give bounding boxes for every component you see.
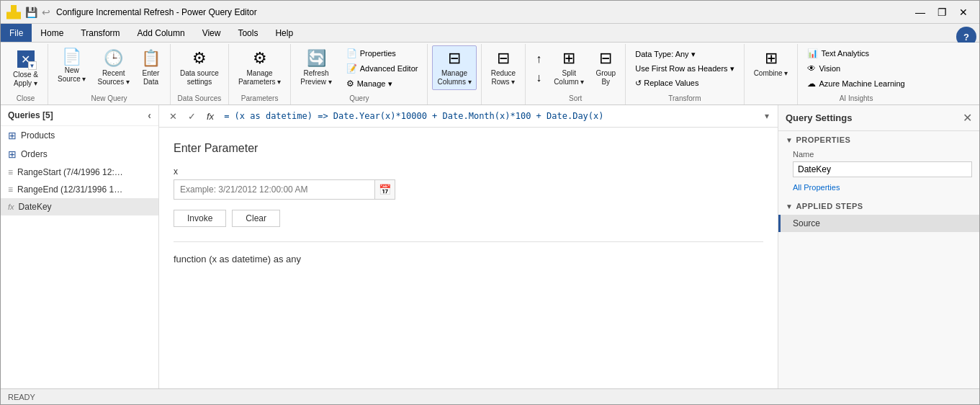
query-settings-panel: Query Settings ✕ ▼ PROPERTIES Name All P… — [778, 105, 979, 388]
param-input-row: 📅 — [174, 179, 763, 200]
query-item-datekey[interactable]: fx DateKey — [1, 198, 158, 215]
menu-view[interactable]: View — [194, 24, 230, 42]
query-settings-header: Query Settings ✕ — [778, 105, 979, 131]
properties-arrow: ▼ — [786, 136, 793, 144]
query-item-orders[interactable]: ⊞ Orders — [1, 145, 158, 164]
param-input-field[interactable] — [174, 179, 375, 200]
ribbon-group-combine: ⊞ Combine ▾ — [745, 44, 799, 104]
query-settings-title: Query Settings — [786, 112, 852, 123]
manage-parameters-button[interactable]: ⚙ ManageParameters ▾ — [233, 45, 286, 90]
query-item-rangestart[interactable]: ≡ RangeStart (7/4/1996 12:… — [1, 164, 158, 181]
formula-fx-label: fx — [202, 111, 218, 122]
queries-header: Queries [5] ‹ — [1, 105, 158, 126]
invoke-button[interactable]: Invoke — [174, 210, 226, 227]
manage-button[interactable]: ⚙ Manage ▾ — [341, 76, 423, 91]
close-window-button[interactable]: ✕ — [953, 4, 974, 21]
all-properties-link[interactable]: All Properties — [778, 182, 979, 197]
recent-sources-button[interactable]: 🕒 RecentSources ▾ — [92, 45, 134, 90]
param-x-label: x — [174, 166, 763, 177]
name-input[interactable] — [793, 161, 972, 177]
formula-dropdown-button[interactable]: ▾ — [762, 111, 772, 121]
minimize-button[interactable]: — — [910, 4, 930, 21]
queries-panel: Queries [5] ‹ ⊞ Products ⊞ Orders ≡ Rang… — [1, 105, 159, 388]
ribbon-group-data-sources-label: Data Sources — [175, 93, 224, 104]
reduce-rows-button[interactable]: ⊟ ReduceRows ▾ — [486, 45, 521, 90]
main-area: Queries [5] ‹ ⊞ Products ⊞ Orders ≡ Rang… — [1, 105, 979, 388]
table-icon-orders: ⊞ — [8, 148, 17, 160]
window-controls: — ❐ ✕ — [910, 4, 974, 21]
ribbon-group-parameters-label: Parameters — [233, 93, 286, 104]
content-area: Enter Parameter x 📅 Invoke Clear functio… — [159, 128, 778, 388]
first-row-headers-button[interactable]: Use First Row as Headers ▾ — [630, 62, 739, 76]
applied-steps-list: Source — [778, 215, 979, 388]
enter-data-button[interactable]: 📋 EnterData — [136, 45, 166, 90]
menu-help[interactable]: Help — [266, 24, 302, 42]
menu-home[interactable]: Home — [32, 24, 72, 42]
ribbon-group-combine-label — [749, 101, 794, 104]
sort-desc-button[interactable]: ↓ — [530, 69, 547, 86]
func-icon-datekey: fx — [8, 202, 14, 211]
calendar-button[interactable]: 📅 — [375, 179, 395, 200]
query-label-rangestart: RangeStart (7/4/1996 12:… — [17, 167, 123, 177]
ribbon: ✕ ▼ Close &Apply ▾ Close — [1, 43, 979, 105]
close-apply-button[interactable]: ✕ ▼ Close &Apply ▾ — [8, 45, 43, 92]
sort-asc-button[interactable]: ↑ — [530, 50, 547, 68]
ribbon-group-close-label: Close — [8, 93, 43, 104]
ribbon-group-reduce-rows-label — [486, 101, 521, 104]
save-icon: 💾 — [25, 6, 37, 18]
param-icon-rangeend: ≡ — [8, 184, 13, 195]
queries-collapse-button[interactable]: ‹ — [148, 110, 151, 121]
manage-columns-button[interactable]: ⊟ ManageColumns ▾ — [432, 45, 476, 90]
query-label-rangeend: RangeEnd (12/31/1996 1… — [17, 184, 122, 195]
divider — [174, 241, 763, 242]
vision-button[interactable]: 👁 Vision — [802, 61, 909, 76]
new-source-button[interactable]: 📄 NewSource ▾ — [53, 45, 91, 87]
text-analytics-button[interactable]: 📊 Text Analytics — [802, 46, 909, 61]
replace-values-button[interactable]: ↺ Replace Values — [630, 76, 739, 90]
queries-title: Queries [5] — [8, 110, 53, 120]
query-label-datekey: DateKey — [19, 202, 52, 212]
data-type-button[interactable]: Data Type: Any ▾ — [630, 48, 739, 61]
advanced-editor-button[interactable]: 📝 Advanced Editor — [341, 61, 423, 76]
ribbon-group-ai-insights: 📊 Text Analytics 👁 Vision ☁ Azure Machin… — [798, 44, 914, 104]
ribbon-group-close: ✕ ▼ Close &Apply ▾ Close — [4, 44, 48, 104]
ribbon-group-data-sources: ⚙ Data sourcesettings Data Sources — [171, 44, 229, 104]
param-icon-rangestart: ≡ — [8, 167, 13, 177]
name-label: Name — [778, 148, 979, 160]
ribbon-group-sort: ↑ ↓ ⊞ SplitColumn ▾ ⊟ GroupBy — [526, 44, 626, 104]
query-settings-close-button[interactable]: ✕ — [963, 111, 972, 125]
query-item-products[interactable]: ⊞ Products — [1, 126, 158, 145]
menu-file[interactable]: File — [1, 24, 32, 42]
split-column-button[interactable]: ⊞ SplitColumn ▾ — [549, 45, 589, 92]
group-by-button[interactable]: ⊟ GroupBy — [590, 45, 621, 92]
properties-button[interactable]: 📄 Properties — [341, 46, 423, 61]
center-panel: ✕ ✓ fx ▾ Enter Parameter x 📅 Invoke Clea… — [159, 105, 778, 388]
combine-button[interactable]: ⊞ Combine ▾ — [749, 45, 794, 81]
menu-bar: File Home Transform Add Column View Tool… — [1, 24, 979, 43]
formula-confirm-button[interactable]: ✓ — [184, 108, 199, 124]
ribbon-group-manage-columns-label — [432, 101, 476, 104]
menu-transform[interactable]: Transform — [72, 24, 128, 42]
refresh-preview-button[interactable]: 🔄 RefreshPreview ▾ — [295, 45, 336, 92]
close-apply-label: Close &Apply ▾ — [13, 71, 38, 88]
restore-button[interactable]: ❐ — [932, 4, 952, 21]
param-buttons: Invoke Clear — [174, 210, 763, 227]
ribbon-group-sort-label: Sort — [530, 93, 621, 104]
menu-add-column[interactable]: Add Column — [129, 24, 194, 42]
azure-ml-button[interactable]: ☁ Azure Machine Learning — [802, 76, 909, 91]
formula-cancel-button[interactable]: ✕ — [165, 108, 181, 124]
clear-button[interactable]: Clear — [232, 210, 280, 227]
properties-section-header: ▼ PROPERTIES — [778, 131, 979, 148]
formula-input[interactable] — [221, 110, 759, 123]
ribbon-group-new-query: 📄 NewSource ▾ 🕒 RecentSources ▾ 📋 EnterD… — [48, 44, 171, 104]
undo-icon: ↩ — [42, 6, 50, 18]
data-source-settings-button[interactable]: ⚙ Data sourcesettings — [175, 45, 224, 90]
menu-tools[interactable]: Tools — [229, 24, 266, 42]
ribbon-group-new-query-label: New Query — [53, 93, 166, 104]
applied-steps-label: APPLIED STEPS — [796, 202, 863, 210]
ribbon-group-parameters: ⚙ ManageParameters ▾ Parameters — [229, 44, 291, 104]
query-item-rangeend[interactable]: ≡ RangeEnd (12/31/1996 1… — [1, 181, 158, 198]
status-text: READY — [8, 393, 35, 401]
ribbon-group-ai-label: AI Insights — [802, 93, 909, 104]
step-item-source[interactable]: Source — [778, 215, 979, 232]
